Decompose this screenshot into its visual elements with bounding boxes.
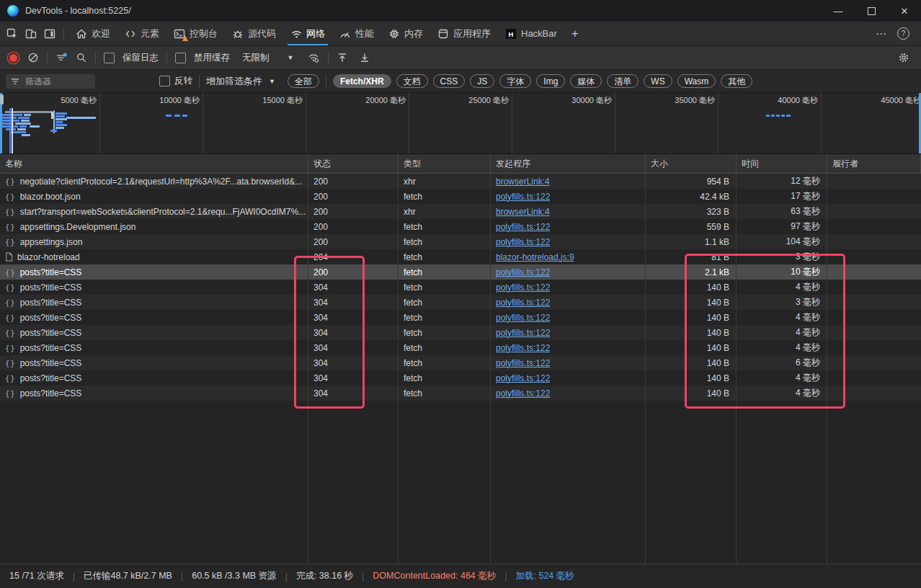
filter-pill-type-4[interactable]: 字体 bbox=[499, 74, 531, 88]
filter-input[interactable] bbox=[24, 76, 84, 87]
time-cell: 4 毫秒 bbox=[737, 325, 827, 340]
overview-left-grip[interactable] bbox=[0, 94, 4, 104]
filter-pill-type-1[interactable]: 文档 bbox=[396, 74, 428, 88]
chevron-down-icon[interactable]: ▼ bbox=[269, 78, 275, 85]
import-har-button[interactable] bbox=[337, 52, 348, 63]
tab-console[interactable]: 控制台 bbox=[166, 22, 225, 45]
tab-network[interactable]: 网络 bbox=[283, 22, 332, 45]
filter-pill-type-7[interactable]: 清单 bbox=[607, 74, 639, 88]
network-request-row[interactable]: {}posts?title=CSS304fetchpolyfills.ts:12… bbox=[0, 386, 921, 401]
filter-pill-type-6[interactable]: 媒体 bbox=[570, 74, 602, 88]
tab-memory[interactable]: 内存 bbox=[381, 22, 430, 45]
initiator-link[interactable]: polyfills.ts:122 bbox=[496, 343, 550, 353]
help-button[interactable]: ? bbox=[897, 27, 909, 40]
timeline-tick-label: 45000 毫秒 bbox=[842, 95, 921, 106]
tab-elements[interactable]: 元素 bbox=[117, 22, 166, 45]
chevron-down-icon[interactable]: ▼ bbox=[288, 54, 294, 61]
close-button[interactable]: ✕ bbox=[888, 0, 921, 22]
export-har-button[interactable] bbox=[359, 52, 370, 63]
network-request-row[interactable]: {}posts?title=CSS304fetchpolyfills.ts:12… bbox=[0, 280, 921, 295]
initiator-link[interactable]: blazor-hotreload.js:9 bbox=[496, 252, 574, 262]
column-header-time[interactable]: 时间 bbox=[737, 154, 827, 173]
request-name: blazor.boot.json bbox=[20, 192, 81, 202]
invert-checkbox[interactable] bbox=[159, 76, 170, 86]
preserve-log-checkbox[interactable] bbox=[104, 53, 115, 63]
devtools-window: DevTools - localhost:5225/ — ✕ 欢迎元素控制台源代… bbox=[0, 0, 921, 588]
column-header-initiator[interactable]: 发起程序 bbox=[491, 154, 646, 173]
initiator-link[interactable]: polyfills.ts:122 bbox=[496, 358, 550, 368]
column-header-type[interactable]: 类型 bbox=[399, 154, 491, 173]
tab-label: 网络 bbox=[306, 27, 325, 40]
filter-pill-ws[interactable]: WS bbox=[644, 74, 672, 88]
inspect-element-button[interactable] bbox=[3, 24, 22, 43]
network-request-row[interactable]: {}posts?title=CSS304fetchpolyfills.ts:12… bbox=[0, 340, 921, 355]
column-header-status[interactable]: 状态 bbox=[308, 154, 399, 173]
throttling-select[interactable]: 无限制 bbox=[242, 52, 270, 64]
column-header-fulfilled-by[interactable]: 履行者 bbox=[827, 154, 921, 173]
tab-performance[interactable]: 性能 bbox=[332, 22, 381, 45]
maximize-button[interactable] bbox=[855, 0, 888, 22]
braces-icon: {} bbox=[5, 268, 16, 277]
network-request-row[interactable]: {}blazor.boot.json200fetchpolyfills.ts:1… bbox=[0, 189, 921, 204]
tab-application[interactable]: 应用程序 bbox=[430, 22, 498, 45]
more-options-button[interactable]: ⋯ bbox=[876, 27, 887, 40]
network-request-row[interactable]: {}appsettings.Development.json200fetchpo… bbox=[0, 219, 921, 234]
filter-toggle-button[interactable] bbox=[55, 52, 68, 63]
initiator-link[interactable]: polyfills.ts:122 bbox=[496, 267, 550, 277]
add-panel-button[interactable]: + bbox=[564, 27, 586, 41]
dock-side-button[interactable] bbox=[40, 24, 59, 43]
disable-cache-checkbox[interactable] bbox=[175, 53, 186, 63]
request-name-cell: blazor-hotreload bbox=[0, 249, 308, 264]
initiator-link[interactable]: polyfills.ts:122 bbox=[496, 282, 550, 293]
initiator-link[interactable]: browserLink:4 bbox=[496, 207, 550, 217]
settings-button[interactable] bbox=[898, 52, 909, 63]
filter-pill-js[interactable]: JS bbox=[470, 74, 494, 88]
initiator-link[interactable]: polyfills.ts:122 bbox=[496, 373, 550, 383]
initiator-link[interactable]: polyfills.ts:122 bbox=[496, 222, 550, 232]
filter-pill-css[interactable]: CSS bbox=[433, 74, 466, 88]
search-button[interactable] bbox=[76, 52, 87, 63]
network-request-row[interactable]: {}start?transport=webSockets&clientProto… bbox=[0, 204, 921, 219]
network-request-row[interactable]: {}posts?title=CSS304fetchpolyfills.ts:12… bbox=[0, 295, 921, 310]
filter-pill-all[interactable]: 全部 bbox=[288, 74, 319, 88]
performance-icon bbox=[339, 28, 351, 40]
filter-pill-fetchxhr[interactable]: Fetch/XHR bbox=[333, 74, 391, 88]
status-item-3: 完成: 38.16 秒 bbox=[296, 570, 353, 582]
network-request-row[interactable]: {}posts?title=CSS304fetchpolyfills.ts:12… bbox=[0, 310, 921, 325]
filter-pill-wasm[interactable]: Wasm bbox=[677, 74, 716, 88]
initiator-link[interactable]: browserLink:4 bbox=[496, 177, 550, 187]
clear-button[interactable] bbox=[27, 52, 39, 63]
filter-pill-type-10[interactable]: 其他 bbox=[721, 74, 752, 88]
network-conditions-button[interactable] bbox=[307, 52, 320, 63]
initiator-link[interactable]: polyfills.ts:122 bbox=[496, 313, 550, 323]
filter-pill-img[interactable]: Img bbox=[536, 74, 565, 88]
status-separator: | bbox=[73, 571, 75, 582]
device-emulation-button[interactable] bbox=[22, 24, 40, 43]
network-request-row[interactable]: {}posts?title=CSS200fetchpolyfills.ts:12… bbox=[0, 264, 921, 280]
network-request-row[interactable]: {}posts?title=CSS304fetchpolyfills.ts:12… bbox=[0, 325, 921, 340]
network-request-row[interactable]: blazor-hotreload204fetchblazor-hotreload… bbox=[0, 249, 921, 264]
minimize-button[interactable]: — bbox=[822, 0, 855, 22]
code-icon bbox=[125, 28, 136, 40]
record-button[interactable] bbox=[9, 54, 17, 62]
initiator-link[interactable]: polyfills.ts:122 bbox=[496, 388, 550, 398]
request-name: start?transport=webSockets&clientProtoco… bbox=[20, 207, 306, 217]
initiator-link[interactable]: polyfills.ts:122 bbox=[496, 192, 550, 202]
column-header-name[interactable]: 名称 bbox=[0, 154, 308, 173]
column-header-size[interactable]: 大小 bbox=[646, 154, 737, 173]
network-overview[interactable]: 5000 毫秒10000 毫秒15000 毫秒20000 毫秒25000 毫秒3… bbox=[0, 93, 921, 154]
tab-hackbar[interactable]: HHackBar bbox=[498, 22, 564, 45]
initiator-link[interactable]: polyfills.ts:122 bbox=[496, 237, 550, 247]
network-request-row[interactable]: {}negotiate?clientProtocol=2.1&requestUr… bbox=[0, 174, 921, 189]
network-request-row[interactable]: {}posts?title=CSS304fetchpolyfills.ts:12… bbox=[0, 355, 921, 370]
tab-sources[interactable]: 源代码 bbox=[225, 22, 283, 45]
initiator-link[interactable]: polyfills.ts:122 bbox=[496, 298, 550, 308]
network-request-row[interactable]: {}posts?title=CSS304fetchpolyfills.ts:12… bbox=[0, 370, 921, 386]
grid-empty-cell bbox=[646, 401, 737, 564]
add-filter-condition-dropdown[interactable]: 增加筛选条件 bbox=[206, 75, 262, 88]
request-name: appsettings.Development.json bbox=[20, 222, 136, 232]
tab-welcome[interactable]: 欢迎 bbox=[68, 22, 117, 45]
network-request-row[interactable]: {}appsettings.json200fetchpolyfills.ts:1… bbox=[0, 234, 921, 249]
request-name: posts?title=CSS bbox=[20, 267, 82, 277]
initiator-link[interactable]: polyfills.ts:122 bbox=[496, 328, 550, 338]
